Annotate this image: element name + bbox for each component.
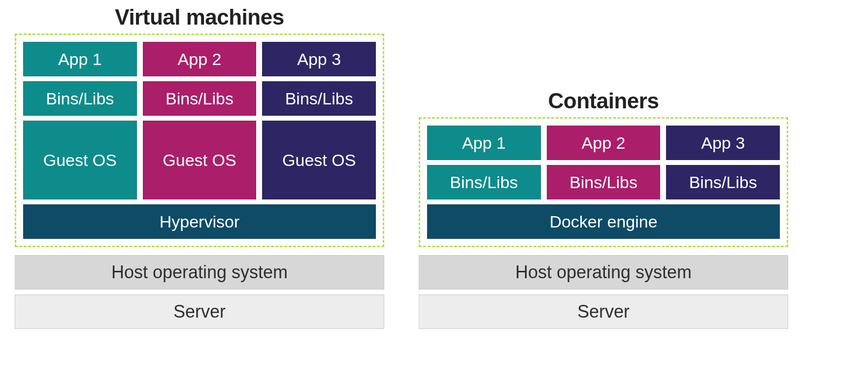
vm-col-3: App 3 Bins/Libs Guest OS bbox=[262, 42, 376, 199]
vm-dashed-container: App 1 Bins/Libs Guest OS App 2 Bins/Libs… bbox=[15, 33, 384, 247]
vm-app-block: App 3 bbox=[262, 42, 376, 76]
ct-columns: App 1 Bins/Libs App 2 Bins/Libs App 3 Bi… bbox=[427, 126, 780, 199]
ct-app-block: App 1 bbox=[427, 126, 541, 160]
ct-bins-block: Bins/Libs bbox=[547, 165, 661, 199]
vm-col-2: App 2 Bins/Libs Guest OS bbox=[143, 42, 257, 199]
vm-guestos-block: Guest OS bbox=[143, 121, 257, 199]
vm-guestos-block: Guest OS bbox=[23, 121, 137, 199]
ct-col-3: App 3 Bins/Libs bbox=[666, 126, 780, 199]
ct-dashed-container: App 1 Bins/Libs App 2 Bins/Libs App 3 Bi… bbox=[419, 117, 788, 247]
ct-server-block: Server bbox=[419, 294, 788, 329]
virtual-machines-stack: Virtual machines App 1 Bins/Libs Guest O… bbox=[15, 5, 384, 329]
vm-columns: App 1 Bins/Libs Guest OS App 2 Bins/Libs… bbox=[23, 42, 376, 199]
containers-stack: Containers App 1 Bins/Libs App 2 Bins/Li… bbox=[419, 89, 788, 329]
ct-app-block: App 2 bbox=[547, 126, 661, 160]
vm-guestos-block: Guest OS bbox=[262, 121, 376, 199]
docker-engine-block: Docker engine bbox=[427, 204, 780, 239]
ct-app-block: App 3 bbox=[666, 126, 780, 160]
vm-bins-block: Bins/Libs bbox=[23, 81, 137, 116]
vm-app-block: App 2 bbox=[143, 42, 257, 76]
ct-bins-block: Bins/Libs bbox=[427, 165, 541, 199]
vm-host-os-block: Host operating system bbox=[15, 255, 384, 290]
ct-col-2: App 2 Bins/Libs bbox=[547, 126, 661, 199]
ct-col-1: App 1 Bins/Libs bbox=[427, 126, 541, 199]
comparison-diagram: Virtual machines App 1 Bins/Libs Guest O… bbox=[0, 0, 868, 334]
vm-title: Virtual machines bbox=[115, 5, 284, 30]
vm-server-block: Server bbox=[15, 294, 384, 329]
hypervisor-block: Hypervisor bbox=[23, 204, 376, 239]
vm-bins-block: Bins/Libs bbox=[143, 81, 257, 116]
vm-col-1: App 1 Bins/Libs Guest OS bbox=[23, 42, 137, 199]
vm-bins-block: Bins/Libs bbox=[262, 81, 376, 116]
ct-title: Containers bbox=[548, 89, 659, 113]
ct-host-os-block: Host operating system bbox=[419, 255, 788, 290]
vm-app-block: App 1 bbox=[23, 42, 137, 76]
ct-bins-block: Bins/Libs bbox=[666, 165, 780, 199]
